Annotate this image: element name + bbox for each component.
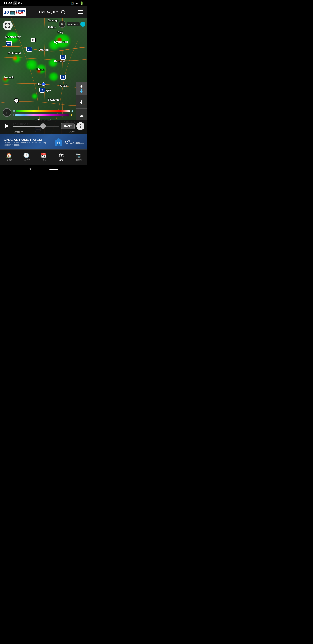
mapbox-watermark: ⊕ mapbox i xyxy=(58,20,85,28)
clouds-control-button[interactable]: ☁ xyxy=(75,109,87,122)
radar-blob-red-1 xyxy=(57,38,62,42)
nav-radar[interactable]: 🗺 Radar xyxy=(52,150,70,164)
more-options-button[interactable] xyxy=(76,122,84,130)
map-label-vestal: Vestal xyxy=(59,84,67,87)
compass-icon[interactable]: ⊕ xyxy=(58,20,66,28)
storm-team-text: STORM TEAM xyxy=(16,10,25,14)
radar-blob-10 xyxy=(31,94,38,99)
highway-6: 6 xyxy=(14,98,19,103)
home-pill[interactable] xyxy=(49,168,58,170)
timeline-thumb[interactable] xyxy=(40,124,46,129)
playback-row: PAST xyxy=(3,122,84,130)
timeline-track[interactable] xyxy=(12,126,59,126)
highway-14: 14 xyxy=(31,38,35,42)
status-time: 12:40 xyxy=(3,1,12,5)
expand-map-button[interactable] xyxy=(3,20,12,30)
precipitation-icon: ❄ xyxy=(80,84,83,88)
highway-86: 86 xyxy=(39,88,45,92)
ad-logo-area: CCU Corning Credit Union xyxy=(54,137,83,147)
status-left: 12:40 P G • xyxy=(3,1,22,5)
ccu-full-name: Corning Credit Union xyxy=(65,142,83,144)
ccu-name: CCU xyxy=(65,139,83,142)
dot-indicator: • xyxy=(21,2,22,4)
hourly-icon: 🕐 xyxy=(23,153,29,158)
radar-map[interactable]: Rochester Oswego Fulton Clay Syracuse Au… xyxy=(0,18,87,134)
search-button[interactable] xyxy=(60,9,66,15)
ice-icon-right: ❄ xyxy=(71,109,73,113)
ad-headline: SPECIAL HOME RATES! xyxy=(3,138,54,142)
nbc-peacock-icon: 📺 xyxy=(9,10,15,15)
ccu-logo: CCU Corning Credit Union xyxy=(54,137,83,147)
nav-home[interactable]: 🏠 Home xyxy=(0,150,17,164)
radar-info-button[interactable]: i xyxy=(3,108,11,117)
thumb-line-2 xyxy=(43,125,43,128)
map-controls-panel: ❄ 💧 🌡 ☁ xyxy=(75,82,87,122)
map-info-button[interactable]: i xyxy=(80,22,85,26)
hourly-label: Hourly xyxy=(22,158,30,161)
cloud-icon: ☁ xyxy=(79,112,84,118)
more-dot-3 xyxy=(80,127,81,128)
ad-text-area: SPECIAL HOME RATES! FEDERALLY INSURED BY… xyxy=(3,138,54,146)
back-button[interactable]: < xyxy=(29,167,31,171)
ad-banner[interactable]: SPECIAL HOME RATES! FEDERALLY INSURED BY… xyxy=(0,134,87,149)
legend-bar-snow xyxy=(15,114,69,116)
svg-rect-4 xyxy=(57,142,58,144)
highway-90: 90 xyxy=(26,47,32,52)
hamburger-line-3 xyxy=(78,14,83,14)
radar-blob-9 xyxy=(48,72,59,81)
thermometer-icon: 🌡 xyxy=(79,99,84,105)
radar-legend: ❄ ❄ ❄ ⚡ xyxy=(12,109,73,117)
nav-submit[interactable]: 📷 Submit xyxy=(70,150,87,164)
radar-blob-6 xyxy=(48,58,58,67)
radar-blob-3 xyxy=(52,34,72,48)
playback-bar: PAST 12:40 PM NOW xyxy=(0,120,87,134)
radar-blob-red-4 xyxy=(3,77,7,81)
hamburger-menu-button[interactable] xyxy=(76,8,84,16)
past-button[interactable]: PAST xyxy=(61,123,75,130)
logo-number: 18 xyxy=(4,10,9,14)
map-label-auburn: Auburn xyxy=(39,48,49,51)
status-icons: 📳 ▲ 🔋 xyxy=(70,1,83,5)
snow-icon-left2: ❄ xyxy=(12,114,14,117)
radar-blob-red-3 xyxy=(37,69,41,73)
logo-box: 18 📺 STORM TEAM xyxy=(3,8,26,16)
home-icon: 🏠 xyxy=(6,153,12,158)
team-label: TEAM xyxy=(16,12,25,14)
map-label-towanda: Towanda xyxy=(48,98,59,101)
hamburger-line-1 xyxy=(78,10,83,11)
map-label-richmond: Richmond xyxy=(8,52,21,55)
radar-blob-orange-1 xyxy=(12,56,17,60)
time-end-label: NOW xyxy=(69,130,75,133)
app-header: 18 📺 STORM TEAM ELMIRA, NY xyxy=(0,6,87,18)
wifi-icon: ▲ xyxy=(75,1,78,5)
vibrate-icon: 📳 xyxy=(70,2,74,5)
nav-hourly[interactable]: 🕐 Hourly xyxy=(17,150,35,164)
precipitation-control-button[interactable]: ❄ 💧 xyxy=(75,82,87,95)
radar-label: Radar xyxy=(58,158,64,161)
location-text: ELMIRA, NY xyxy=(36,10,58,14)
mapbox-logo: mapbox xyxy=(67,22,79,26)
nav-daily[interactable]: 📅 Daily xyxy=(35,150,52,164)
app-icons: P G • xyxy=(13,1,22,5)
more-dot-2 xyxy=(80,126,81,126)
highway-490: 490 xyxy=(6,41,12,46)
ccu-text-block: CCU Corning Credit Union xyxy=(65,139,83,144)
play-triangle-icon xyxy=(5,124,9,128)
play-button[interactable] xyxy=(3,122,11,130)
submit-label: Submit xyxy=(75,158,82,161)
google-icon: G xyxy=(18,2,20,5)
elmira-location-dot xyxy=(42,82,45,86)
logo-area: 18 📺 STORM TEAM xyxy=(3,8,26,16)
temperature-control-button[interactable]: 🌡 xyxy=(75,95,87,109)
hamburger-line-2 xyxy=(78,12,83,12)
map-label-fulton: Fulton xyxy=(48,26,56,29)
storm-label: STORM xyxy=(16,10,25,12)
location-search: ELMIRA, NY xyxy=(26,9,76,15)
thumb-line-3 xyxy=(44,125,44,128)
submit-icon: 📷 xyxy=(75,153,81,158)
highway-81-north: 81 xyxy=(60,55,66,60)
parking-icon: P xyxy=(13,1,17,5)
daily-label: Daily xyxy=(41,158,46,161)
rain-icon: 💧 xyxy=(79,89,83,92)
snow-icon-left: ❄ xyxy=(12,109,15,113)
